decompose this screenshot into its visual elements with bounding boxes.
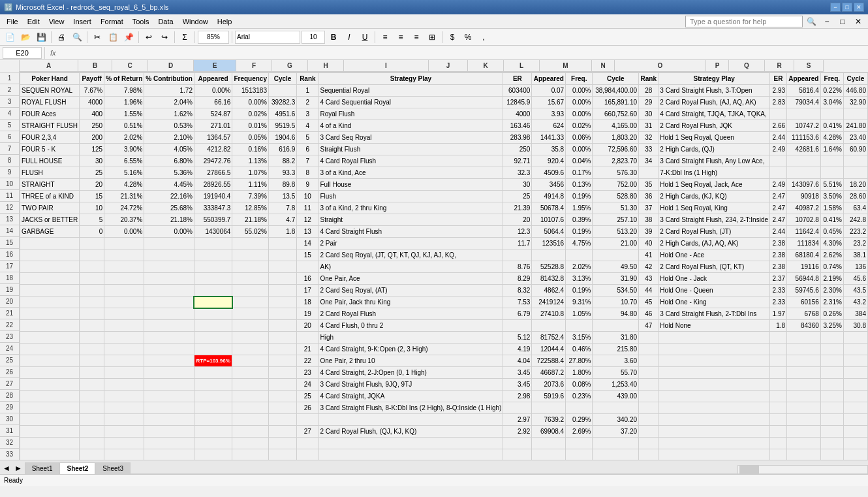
cell-B1[interactable]: Payoff: [80, 73, 104, 85]
cell-M13[interactable]: 257.10: [593, 214, 639, 226]
open-button[interactable]: 📂: [18, 30, 33, 44]
cell-J18[interactable]: 8.29: [503, 273, 532, 285]
cell-D26[interactable]: [144, 367, 194, 379]
cell-H2[interactable]: 1: [297, 85, 318, 97]
cell-L12[interactable]: 1.95%: [566, 202, 593, 214]
cell-Q10[interactable]: 143097.6: [787, 179, 821, 191]
cell-K18[interactable]: 81432.8: [532, 273, 566, 285]
cell-G6[interactable]: 1904.6: [268, 132, 296, 144]
cell-S3[interactable]: 32.90: [843, 97, 867, 108]
cell-D4[interactable]: 1.62%: [144, 108, 194, 120]
cell-H30[interactable]: [297, 414, 318, 426]
row-num-13[interactable]: 13: [0, 214, 20, 225]
cell-L24[interactable]: 0.46%: [566, 344, 593, 355]
cell-P29[interactable]: [770, 402, 787, 414]
cell-A21[interactable]: [20, 308, 80, 320]
col-header-K[interactable]: K: [468, 60, 504, 72]
cell-H23[interactable]: [297, 332, 318, 344]
close-button[interactable]: ✕: [854, 3, 864, 12]
cell-I14[interactable]: 4 Card Straight Flush: [318, 226, 503, 238]
cell-C20[interactable]: [104, 297, 144, 308]
percent-button[interactable]: %: [461, 30, 475, 44]
cell-H22[interactable]: 20: [297, 320, 318, 332]
cell-N8[interactable]: 34: [639, 155, 659, 167]
cell-L27[interactable]: 0.08%: [566, 379, 593, 391]
row-num-27[interactable]: 27: [0, 378, 20, 390]
col-header-G[interactable]: G: [272, 60, 308, 72]
cell-R12[interactable]: 1.58%: [820, 202, 843, 214]
cell-Q26[interactable]: [787, 367, 821, 379]
cell-H31[interactable]: 27: [297, 426, 318, 438]
col-header-D[interactable]: D: [148, 60, 194, 72]
cell-F14[interactable]: 55.02%: [232, 226, 269, 238]
cell-B24[interactable]: [80, 344, 104, 355]
cell-K25[interactable]: 722588.4: [532, 355, 566, 367]
cell-J20[interactable]: 7.53: [503, 297, 532, 308]
copy-button[interactable]: 📋: [106, 30, 120, 44]
cell-L13[interactable]: 0.39%: [566, 214, 593, 226]
cell-D6[interactable]: 2.10%: [144, 132, 194, 144]
cell-D33[interactable]: [144, 449, 194, 460]
cell-F23[interactable]: [232, 332, 269, 344]
cell-E25[interactable]: RTP=103.96%: [194, 355, 232, 367]
cell-O9[interactable]: 7-K:Dbl Ins (1 High): [659, 167, 770, 179]
cell-L16[interactable]: [566, 249, 593, 261]
row-num-17[interactable]: 17: [0, 261, 20, 272]
window-minimize-button[interactable]: −: [820, 14, 834, 29]
cell-Q18[interactable]: 56944.8: [787, 273, 821, 285]
cell-P23[interactable]: [770, 332, 787, 344]
cell-S24[interactable]: [843, 344, 867, 355]
sheet-nav-right[interactable]: ►: [13, 462, 23, 474]
cell-J25[interactable]: 4.04: [503, 355, 532, 367]
cell-Q19[interactable]: 59745.6: [787, 285, 821, 297]
cell-Q29[interactable]: [787, 402, 821, 414]
cell-F20[interactable]: [232, 297, 269, 308]
cell-C14[interactable]: 0.00%: [104, 226, 144, 238]
cell-N1[interactable]: Rank: [639, 73, 659, 85]
cell-P11[interactable]: 2.47: [770, 191, 787, 202]
cell-P15[interactable]: 2.38: [770, 238, 787, 249]
cell-P30[interactable]: [770, 414, 787, 426]
cut-button[interactable]: ✂: [90, 30, 104, 44]
cell-R28[interactable]: [820, 391, 843, 402]
cell-I25[interactable]: One Pair, 2 thru 10: [318, 355, 503, 367]
cell-K23[interactable]: 81752.4: [532, 332, 566, 344]
cell-F18[interactable]: [232, 273, 269, 285]
comma-button[interactable]: ,: [476, 30, 491, 44]
cell-S30[interactable]: [843, 414, 867, 426]
cell-H9[interactable]: 8: [297, 167, 318, 179]
cell-E11[interactable]: 191940.4: [194, 191, 232, 202]
cell-A25[interactable]: [20, 355, 80, 367]
cell-L11[interactable]: 0.19%: [566, 191, 593, 202]
cell-L5[interactable]: 0.02%: [566, 120, 593, 132]
cell-M16[interactable]: [593, 249, 639, 261]
cell-C10[interactable]: 4.28%: [104, 179, 144, 191]
cell-N17[interactable]: 42: [639, 261, 659, 273]
cell-S12[interactable]: 63.4: [843, 202, 867, 214]
new-button[interactable]: 📄: [3, 30, 17, 44]
cell-J32[interactable]: [503, 438, 532, 449]
cell-J33[interactable]: [503, 449, 532, 460]
cell-C30[interactable]: [104, 414, 144, 426]
cell-A31[interactable]: [20, 426, 80, 438]
cell-M10[interactable]: 752.00: [593, 179, 639, 191]
col-header-O[interactable]: O: [615, 60, 706, 72]
cell-E31[interactable]: [194, 426, 232, 438]
cell-K15[interactable]: 123516: [532, 238, 566, 249]
cell-S18[interactable]: 45.6: [843, 273, 867, 285]
cell-M14[interactable]: 513.20: [593, 226, 639, 238]
align-right-button[interactable]: ≡: [409, 30, 424, 44]
cell-Q20[interactable]: 60156: [787, 297, 821, 308]
row-num-14[interactable]: 14: [0, 225, 20, 237]
cell-A26[interactable]: [20, 367, 80, 379]
cell-J22[interactable]: [503, 320, 532, 332]
formula-input[interactable]: [61, 47, 865, 59]
cell-M4[interactable]: 660,752.60: [593, 108, 639, 120]
cell-K26[interactable]: 46687.2: [532, 367, 566, 379]
cell-A10[interactable]: STRAIGHT: [20, 179, 80, 191]
cell-J12[interactable]: 21.39: [503, 202, 532, 214]
cell-M22[interactable]: [593, 320, 639, 332]
cell-I27[interactable]: 3 Card Straight Flush, 9JQ, 9TJ: [318, 379, 503, 391]
cell-H32[interactable]: [297, 438, 318, 449]
cell-G29[interactable]: [268, 402, 296, 414]
